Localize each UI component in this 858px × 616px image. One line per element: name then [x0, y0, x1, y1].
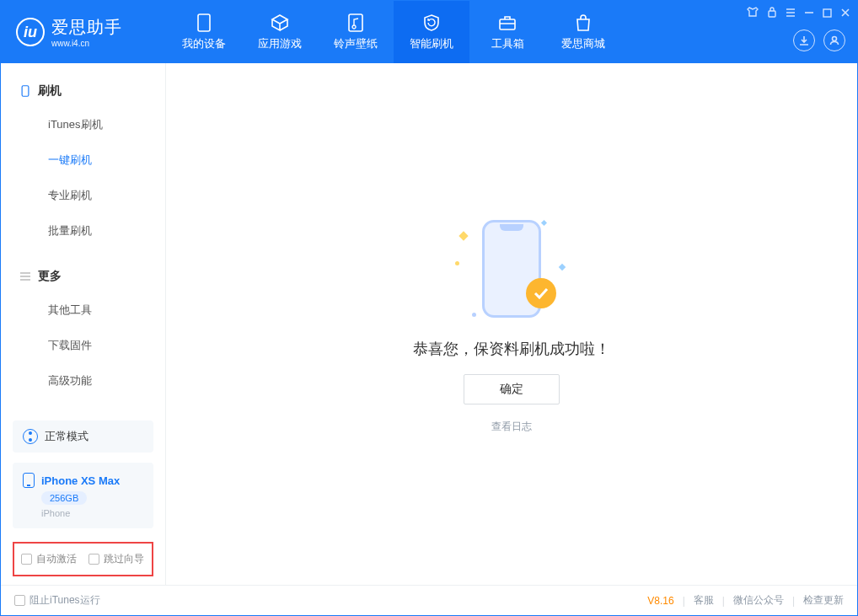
- content-area: 恭喜您，保资料刷机成功啦！ 确定 查看日志: [166, 63, 857, 585]
- svg-rect-2: [500, 19, 515, 29]
- options-row: 自动激活 跳过向导: [13, 542, 153, 576]
- menu-icon[interactable]: [786, 7, 796, 20]
- checkbox-label: 阻止iTunes运行: [29, 593, 100, 608]
- device-phone-icon: [23, 473, 35, 488]
- checkbox-auto-activate[interactable]: 自动激活: [21, 552, 77, 566]
- storage-badge: 256GB: [41, 491, 87, 505]
- checkbox-skip-guide[interactable]: 跳过向导: [88, 552, 144, 566]
- checkbox-icon: [88, 554, 99, 565]
- minimize-button[interactable]: [804, 7, 814, 20]
- device-icon: [194, 13, 214, 33]
- mode-label: 正常模式: [45, 429, 88, 444]
- phone-icon: [19, 85, 31, 97]
- footer: 阻止iTunes运行 V8.16 | 客服 | 微信公众号 | 检查更新: [1, 585, 857, 615]
- ok-button[interactable]: 确定: [464, 374, 560, 404]
- toolbox-icon: [497, 13, 517, 33]
- app-name: 爱思助手: [51, 16, 122, 39]
- mode-icon: [23, 429, 38, 444]
- lock-icon[interactable]: [767, 6, 777, 20]
- tab-store[interactable]: 爱思商城: [545, 1, 621, 63]
- tab-label: 工具箱: [491, 36, 524, 51]
- logo-area: iu 爱思助手 www.i4.cn: [1, 16, 166, 48]
- success-message: 恭喜您，保资料刷机成功啦！: [413, 339, 610, 359]
- mode-card[interactable]: 正常模式: [13, 420, 153, 453]
- maximize-button[interactable]: [823, 7, 832, 20]
- checkbox-label: 自动激活: [36, 552, 77, 566]
- sidebar-item-batch-flash[interactable]: 批量刷机: [1, 213, 165, 249]
- header-right-buttons: [793, 29, 845, 51]
- version-label: V8.16: [647, 595, 673, 607]
- svg-rect-0: [198, 14, 210, 31]
- check-icon: [526, 278, 556, 308]
- device-name: iPhone XS Max: [41, 474, 120, 487]
- tab-toolbox[interactable]: 工具箱: [469, 1, 545, 63]
- download-button[interactable]: [793, 29, 815, 51]
- logo-icon: iu: [16, 18, 45, 46]
- check-update-link[interactable]: 检查更新: [803, 593, 844, 608]
- tab-label: 应用游戏: [258, 36, 302, 51]
- wechat-link[interactable]: 微信公众号: [733, 593, 784, 608]
- list-icon: [19, 271, 31, 282]
- sidebar-item-other-tools[interactable]: 其他工具: [1, 292, 165, 328]
- tab-apps-games[interactable]: 应用游戏: [242, 1, 318, 63]
- sidebar-item-advanced[interactable]: 高级功能: [1, 363, 165, 399]
- sidebar-item-itunes-flash[interactable]: iTunes刷机: [1, 107, 165, 142]
- tab-ringtone-wallpaper[interactable]: 铃声壁纸: [318, 1, 394, 63]
- tab-label: 爱思商城: [561, 36, 605, 51]
- cube-icon: [270, 13, 290, 33]
- close-button[interactable]: [840, 7, 850, 20]
- app-domain: www.i4.cn: [51, 39, 122, 48]
- device-type: iPhone: [41, 508, 70, 518]
- window-controls: [747, 6, 850, 20]
- view-log-link[interactable]: 查看日志: [491, 420, 532, 434]
- svg-rect-3: [769, 11, 775, 17]
- svg-rect-4: [823, 9, 831, 17]
- svg-rect-6: [22, 86, 29, 96]
- success-illustration: [457, 214, 566, 324]
- section-title: 刷机: [38, 83, 62, 99]
- support-link[interactable]: 客服: [694, 593, 714, 608]
- checkbox-label: 跳过向导: [104, 552, 144, 566]
- tab-my-device[interactable]: 我的设备: [166, 1, 242, 63]
- checkbox-block-itunes[interactable]: 阻止iTunes运行: [14, 593, 100, 608]
- svg-point-5: [833, 37, 837, 41]
- tab-label: 铃声壁纸: [334, 36, 378, 51]
- sidebar-section-more: 更多: [1, 260, 165, 292]
- tab-label: 我的设备: [182, 36, 226, 51]
- sidebar-item-oneclick-flash[interactable]: 一键刷机: [1, 142, 165, 178]
- tab-smart-flash[interactable]: 智能刷机: [394, 1, 469, 63]
- music-file-icon: [346, 13, 366, 33]
- user-button[interactable]: [823, 29, 845, 51]
- sidebar-item-download-firmware[interactable]: 下载固件: [1, 328, 165, 363]
- sidebar-section-flash: 刷机: [1, 75, 165, 107]
- tab-label: 智能刷机: [410, 36, 453, 51]
- checkbox-icon: [14, 595, 25, 606]
- section-title: 更多: [38, 269, 62, 284]
- shirt-icon[interactable]: [747, 6, 759, 20]
- sidebar-item-pro-flash[interactable]: 专业刷机: [1, 178, 165, 213]
- sidebar: 刷机 iTunes刷机 一键刷机 专业刷机 批量刷机 更多 其他工具 下载固件 …: [1, 63, 166, 585]
- checkbox-icon: [21, 554, 32, 565]
- svg-rect-1: [349, 14, 362, 31]
- device-card[interactable]: iPhone XS Max 256GB iPhone: [13, 463, 153, 528]
- refresh-shield-icon: [421, 13, 442, 33]
- header: iu 爱思助手 www.i4.cn 我的设备 应用游戏 铃声壁纸 智能刷机 工具…: [1, 1, 857, 63]
- nav-tabs: 我的设备 应用游戏 铃声壁纸 智能刷机 工具箱 爱思商城: [166, 1, 621, 63]
- bag-icon: [573, 13, 593, 33]
